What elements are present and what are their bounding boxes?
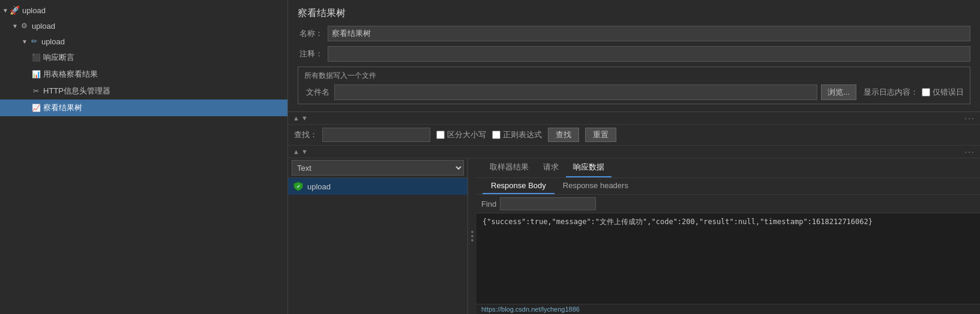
tree-result-upload[interactable]: ✓ upload (288, 178, 467, 195)
sidebar-item-result-tree[interactable]: 📈 察看结果树 (0, 99, 287, 116)
find-label: Find (481, 200, 496, 209)
file-section: 所有数据写入一个文件 文件名 浏览... 显示日志内容： 仅错误日 (298, 67, 970, 104)
sidebar: ▼ 🚀 upload ▼ ⚙ upload ▼ ✏ upload ⬛ 响应断言 … (0, 0, 288, 314)
sidebar-item-http-header[interactable]: ✂ HTTP信息头管理器 (0, 83, 287, 99)
shield-icon: ✓ (293, 181, 304, 192)
drag-dot-1 (471, 231, 473, 233)
case-sensitive-text: 区分大小写 (447, 129, 486, 140)
sidebar-item-response-assert[interactable]: ⬛ 响应断言 (0, 49, 287, 66)
sub-tabs: Response Body Response headers (476, 178, 980, 195)
sidebar-item-config-upload[interactable]: ▼ ⚙ upload (0, 18, 287, 34)
sidebar-item-root-label: upload (22, 6, 46, 15)
status-bar: https://blog.csdn.net/lycheng1886 (476, 304, 980, 314)
browse-button[interactable]: 浏览... (821, 84, 856, 100)
search-label: 查找： (294, 129, 317, 140)
collapse-bar-bottom: ▲ ▼ ··· (288, 146, 980, 158)
reset-button[interactable]: 重置 (585, 128, 616, 142)
sidebar-item-table-label: 用表格察看结果 (43, 69, 98, 80)
regex-text: 正则表达式 (503, 129, 542, 140)
comment-input[interactable] (328, 46, 970, 62)
table-view-icon: 📊 (31, 70, 41, 79)
error-label: 仅错误日 (933, 87, 964, 98)
sidebar-item-table-view[interactable]: 📊 用表格察看结果 (0, 66, 287, 83)
name-input[interactable] (328, 26, 970, 41)
file-section-title: 所有数据写入一个文件 (304, 71, 964, 81)
sidebar-item-response-label: 响应断言 (43, 52, 74, 63)
expand-arrow-root: ▼ (2, 7, 8, 14)
http-icon: ✂ (31, 86, 41, 96)
bottom-panel: Text RegExp Tester CSS/JQuery Tester XPa… (288, 158, 980, 314)
sidebar-item-thread-upload[interactable]: ▼ ✏ upload (0, 34, 287, 49)
log-checkbox[interactable] (922, 88, 930, 96)
format-dropdown[interactable]: Text RegExp Tester CSS/JQuery Tester XPa… (292, 160, 464, 176)
sidebar-item-root-upload[interactable]: ▼ 🚀 upload (0, 2, 287, 18)
sub-tab-response-headers[interactable]: Response headers (555, 178, 637, 194)
search-bar: 查找： 区分大小写 正则表达式 查找 重置 (288, 125, 980, 146)
collapse-arrows-top[interactable]: ▲ ▼ (293, 114, 308, 122)
sidebar-item-config-label: upload (32, 22, 55, 31)
upload-root-icon: 🚀 (10, 5, 20, 15)
status-url: https://blog.csdn.net/lycheng1886 (481, 306, 580, 313)
page-title: 察看结果树 (298, 7, 970, 20)
drag-handle[interactable] (468, 158, 476, 314)
drag-dot-3 (471, 239, 473, 241)
tab-response-data[interactable]: 响应数据 (566, 158, 612, 177)
result-right: 取样器结果 请求 响应数据 Response Body Response hea… (476, 158, 980, 314)
drag-dot-2 (471, 235, 473, 237)
find-button[interactable]: 查找 (548, 128, 579, 142)
response-body: {"success":true,"message":"文件上传成功","code… (476, 213, 980, 304)
result-left: Text RegExp Tester CSS/JQuery Tester XPa… (288, 158, 468, 314)
pencil-icon: ✏ (29, 37, 39, 46)
comment-label: 注释： (298, 49, 328, 59)
dots-menu-bottom[interactable]: ··· (964, 147, 975, 156)
collapse-bar-top: ▲ ▼ ··· (288, 112, 980, 125)
collapse-arrows-bottom[interactable]: ▲ ▼ (293, 148, 308, 155)
sidebar-item-http-label: HTTP信息头管理器 (43, 86, 110, 96)
log-label: 显示日志内容： (864, 87, 918, 98)
expand-arrow-thread: ▼ (22, 38, 28, 45)
tabs-header: 取样器结果 请求 响应数据 (476, 158, 980, 178)
comment-row: 注释： (298, 46, 970, 62)
name-row: 名称： (298, 26, 970, 41)
case-sensitive-checkbox[interactable] (436, 131, 445, 139)
sub-tab-response-body[interactable]: Response Body (482, 178, 555, 194)
regex-label: 正则表达式 (492, 129, 542, 140)
sidebar-item-thread-label: upload (41, 37, 65, 46)
result-tree-list: ✓ upload (288, 178, 467, 314)
svg-text:✓: ✓ (296, 184, 301, 189)
file-input[interactable] (334, 84, 817, 100)
name-label: 名称： (298, 28, 328, 39)
file-label: 文件名 (304, 87, 334, 98)
expand-arrow-config: ▼ (12, 23, 18, 29)
case-sensitive-label: 区分大小写 (436, 129, 486, 140)
find-row: Find (476, 195, 980, 213)
main-content: 察看结果树 名称： 注释： 所有数据写入一个文件 文件名 浏览... 显示日志内… (288, 0, 980, 314)
result-left-header: Text RegExp Tester CSS/JQuery Tester XPa… (288, 158, 467, 178)
find-input[interactable] (500, 197, 596, 210)
search-input[interactable] (322, 128, 430, 142)
dots-menu-top[interactable]: ··· (964, 113, 975, 123)
tree-result-label: upload (307, 182, 331, 191)
file-row: 文件名 浏览... 显示日志内容： 仅错误日 (304, 84, 964, 100)
sidebar-item-tree-label: 察看结果树 (43, 102, 82, 113)
gear-icon: ⚙ (20, 21, 29, 31)
response-assert-icon: ⬛ (31, 53, 41, 62)
form-section: 察看结果树 名称： 注释： 所有数据写入一个文件 文件名 浏览... 显示日志内… (288, 0, 980, 112)
tab-sampler-result[interactable]: 取样器结果 (482, 158, 536, 177)
regex-checkbox[interactable] (492, 131, 501, 139)
tree-icon: 📈 (31, 103, 41, 113)
tab-request[interactable]: 请求 (536, 158, 566, 177)
response-body-text: {"success":true,"message":"文件上传成功","code… (482, 218, 873, 226)
